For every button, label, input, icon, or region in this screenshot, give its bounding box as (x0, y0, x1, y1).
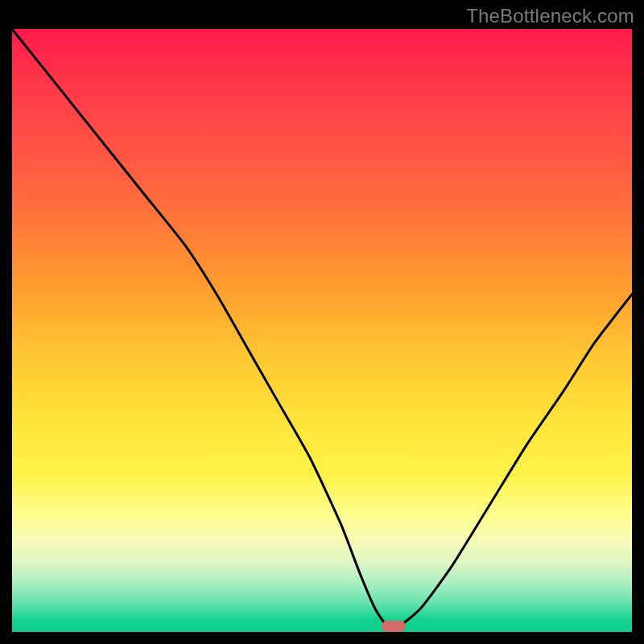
chart-frame: TheBottleneck.com (0, 0, 644, 644)
plot-area (12, 29, 632, 632)
optimum-marker (382, 621, 406, 632)
bottleneck-curve (12, 29, 632, 632)
watermark-label: TheBottleneck.com (466, 5, 634, 27)
